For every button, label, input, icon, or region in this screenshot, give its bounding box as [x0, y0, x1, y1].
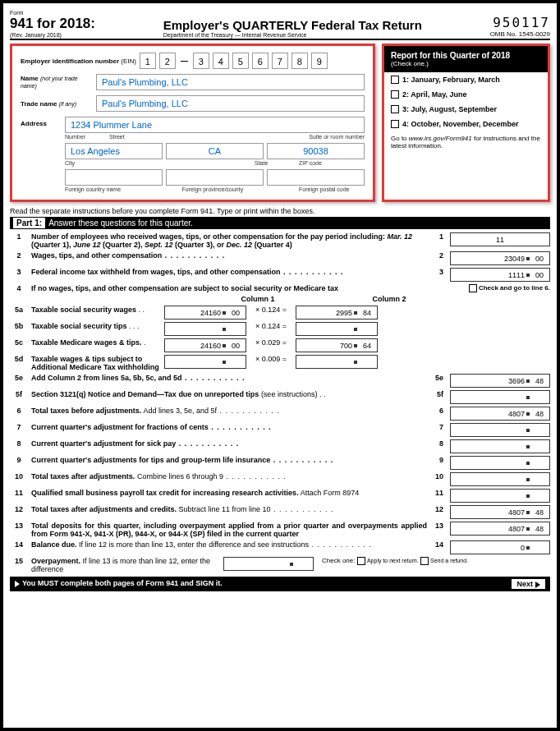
state-input[interactable]: CA: [166, 143, 264, 159]
part1-header: Part 1:Answer these questions for this q…: [10, 217, 550, 229]
quarter-option-1[interactable]: 1: January, February, March: [384, 72, 548, 87]
ein-digit[interactable]: 6: [252, 53, 269, 69]
line14-value[interactable]: 0: [450, 540, 550, 554]
form-codes: 950117OMB No. 1545-0029: [490, 15, 550, 38]
line5a-col1[interactable]: 2416000: [164, 306, 246, 320]
fcountry-input[interactable]: [65, 169, 163, 186]
line11-value[interactable]: [450, 489, 550, 503]
line-2: 2Wages, tips, and other compensation2230…: [10, 251, 550, 265]
form-title: Employer's QUARTERLY Federal Tax ReturnD…: [163, 18, 422, 38]
line-9: 9Current quarter's adjustments for tips …: [10, 456, 550, 470]
line-5a: 5aTaxable social security wages . .24160…: [10, 306, 550, 320]
line-1: 1Number of employees who received wages,…: [10, 232, 550, 249]
column-headers: Column 1Column 2: [10, 295, 550, 303]
line-5c: 5cTaxable Medicare wages & tips. .241600…: [10, 338, 550, 352]
fprov-input[interactable]: [166, 169, 264, 186]
line5e-value[interactable]: 369648: [450, 374, 550, 388]
quarter-option-4[interactable]: 4: October, November, December: [384, 117, 548, 131]
next-button[interactable]: Next: [512, 579, 545, 589]
line5d-col2[interactable]: [296, 355, 378, 369]
line-5e: 5eAdd Column 2 from lines 5a, 5b, 5c, an…: [10, 374, 550, 388]
ein-digit[interactable]: 4: [213, 53, 229, 69]
line5a-col2[interactable]: 299584: [296, 306, 378, 320]
form-number: Form941 for 2018:(Rev. January 2018): [10, 10, 95, 38]
line3-value[interactable]: 111100: [450, 268, 550, 282]
line5c-col1[interactable]: 2416000: [164, 338, 246, 352]
line10-value[interactable]: [450, 472, 550, 486]
checkbox-icon: [391, 120, 399, 128]
line6-value[interactable]: 480748: [450, 407, 550, 421]
arrow-icon: [535, 582, 540, 588]
line9-value[interactable]: [450, 456, 550, 470]
ein-digit[interactable]: 7: [272, 53, 288, 69]
fpostal-input[interactable]: [267, 169, 365, 186]
quarter-box: Report for this Quarter of 2018(Check on…: [382, 44, 550, 202]
line-11: 11Qualified small business payroll tax c…: [10, 489, 550, 503]
line-6: 6Total taxes before adjustments. Add lin…: [10, 407, 550, 421]
line-13: 13Total deposits for this quarter, inclu…: [10, 522, 550, 538]
line-5d: 5dTaxable wages & tips subject to Additi…: [10, 355, 550, 371]
ein-digit[interactable]: 3: [193, 53, 209, 69]
line4-checkbox[interactable]: [469, 284, 477, 292]
street-input[interactable]: 1234 Plummer Lane: [65, 117, 365, 133]
zip-input[interactable]: 90038: [267, 143, 365, 159]
footer: You MUST complete both pages of Form 941…: [10, 577, 550, 591]
line5d-col1[interactable]: [164, 355, 246, 369]
line-4: 4If no wages, tips, and other compensati…: [10, 284, 550, 292]
employer-info-box: Employer identification number (EIN) 1 2…: [10, 44, 375, 202]
line13-value[interactable]: 480748: [450, 522, 550, 536]
line5f-value[interactable]: [450, 390, 550, 404]
line-8: 8Current quarter's adjustment for sick p…: [10, 439, 550, 453]
ein-digit[interactable]: 1: [140, 53, 156, 69]
line5b-col1[interactable]: [164, 322, 246, 336]
line8-value[interactable]: [450, 439, 550, 453]
line-5f: 5fSection 3121(q) Notice and Demand—Tax …: [10, 390, 550, 404]
line-12: 12Total taxes after adjustments and cred…: [10, 505, 550, 519]
quarter-header: Report for this Quarter of 2018(Check on…: [384, 46, 548, 72]
line2-value[interactable]: 2304900: [450, 251, 550, 265]
line-3: 3Federal income tax withheld from wages,…: [10, 268, 550, 282]
quarter-option-2[interactable]: 2: April, May, June: [384, 87, 548, 102]
address-label: Address: [21, 117, 60, 127]
ein-digit[interactable]: 8: [291, 53, 308, 69]
line7-value[interactable]: [450, 423, 550, 437]
line-14: 14Balance due. If line 12 is more than l…: [10, 540, 550, 554]
checkbox-icon: [391, 90, 399, 99]
name-label: Name (not your trade name): [21, 75, 93, 90]
instructions-note: Read the separate instructions before yo…: [10, 207, 550, 215]
line-7: 7Current quarter's adjustment for fracti…: [10, 423, 550, 437]
line-15: 15Overpayment. If line 13 is more than l…: [10, 557, 550, 573]
line12-value[interactable]: 480748: [450, 505, 550, 519]
triangle-icon: [15, 581, 20, 587]
line1-value[interactable]: 11: [450, 232, 550, 246]
apply-checkbox[interactable]: [357, 557, 365, 565]
line5b-col2[interactable]: [296, 322, 378, 336]
quarter-footer: Go to www.irs.gov/Form941 for instructio…: [384, 131, 548, 153]
line15-value[interactable]: [223, 557, 314, 571]
line-5b: 5bTaxable social security tips . . .× 0.…: [10, 322, 550, 336]
refund-checkbox[interactable]: [420, 557, 429, 565]
line-10: 10Total taxes after adjustments. Combine…: [10, 472, 550, 486]
name-input[interactable]: Paul's Plumbing, LLC: [96, 74, 365, 90]
checkbox-icon: [391, 76, 399, 84]
city-input[interactable]: Los Angeles: [65, 143, 163, 159]
checkbox-icon: [391, 105, 399, 113]
line5c-col2[interactable]: 70064: [296, 338, 378, 352]
form-header: Form941 for 2018:(Rev. January 2018) Emp…: [10, 10, 550, 40]
trade-label: Trade name (if any): [21, 100, 93, 108]
ein-label: Employer identification number (EIN): [21, 57, 136, 65]
ein-digit[interactable]: 2: [159, 53, 176, 69]
ein-digit[interactable]: 9: [311, 53, 328, 69]
trade-input[interactable]: Paul's Plumbing, LLC: [96, 95, 365, 112]
ein-digit[interactable]: 5: [232, 53, 249, 69]
quarter-option-3[interactable]: 3: July, August, September: [384, 102, 548, 117]
